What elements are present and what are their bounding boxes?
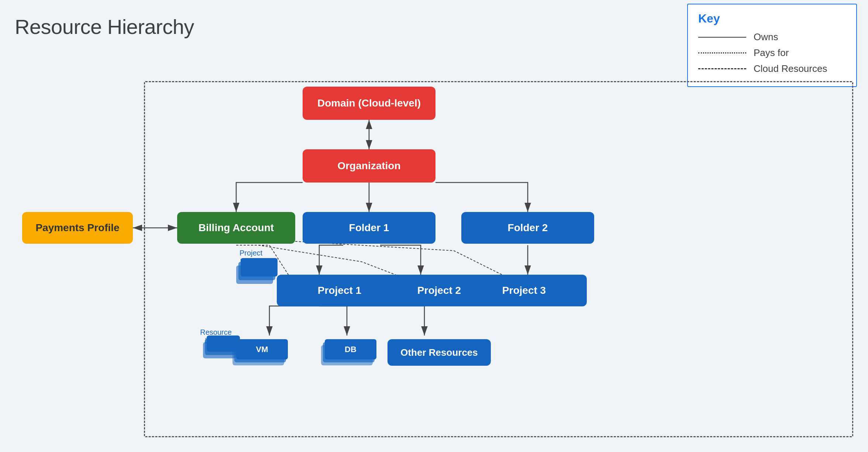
owns-label: Owns — [754, 31, 778, 43]
billing-account-node: Billing Account — [177, 212, 295, 244]
diagram: Domain (Cloud-level) Organization Paymen… — [11, 44, 857, 441]
organization-node: Organization — [303, 149, 435, 182]
folder2-node: Folder 2 — [461, 212, 594, 244]
resource-labels-text: Resource Labels — [192, 328, 240, 345]
folder1-node: Folder 1 — [303, 212, 435, 244]
owns-line-icon — [698, 37, 746, 38]
page-title: Resource Hierarchy — [15, 15, 194, 39]
project-labels-text: Project Labels — [229, 249, 273, 266]
domain-node: Domain (Cloud-level) — [303, 87, 435, 120]
other-resources-node: Other Resources — [388, 339, 491, 366]
key-title: Key — [698, 12, 846, 25]
payments-profile-node: Payments Profile — [22, 212, 133, 244]
key-item-owns: Owns — [698, 31, 846, 43]
project3-node: Project 3 — [461, 275, 587, 306]
